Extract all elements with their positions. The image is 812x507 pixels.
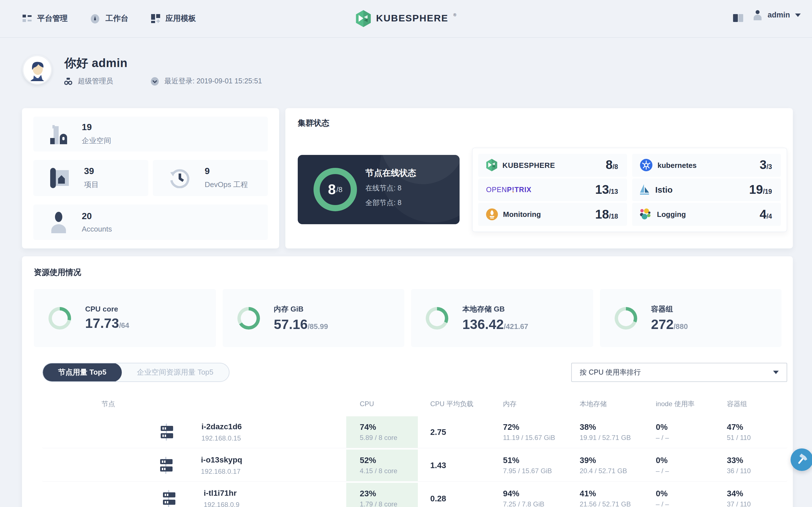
summary-tile-workspaces[interactable]: 19 企业空间 xyxy=(33,117,268,152)
cpu-load: 0.28 xyxy=(430,494,490,503)
component-name: KUBESPHERE xyxy=(502,161,555,170)
component-count: 8 /8 xyxy=(606,158,618,173)
load-cell: 2.75 xyxy=(418,416,490,448)
resource-usage-card: 资源使用情况 CPU core 17.73 /64 内存 GiB 57.16 xyxy=(22,256,793,507)
tab-node-usage-top5[interactable]: 节点用量 Top5 xyxy=(43,363,121,382)
component-ready: 19 xyxy=(749,182,763,197)
avatar-illustration-icon xyxy=(22,55,52,84)
istio-icon xyxy=(640,184,650,195)
sort-select-value: 按 CPU 使用率排行 xyxy=(580,368,641,377)
cpu-load: 1.43 xyxy=(430,461,490,470)
summary-tile-text: 39 项目 xyxy=(84,166,99,190)
component-count: 19 /19 xyxy=(749,182,772,197)
node-id-block: i-tl1i71hr 192.168.0.9 xyxy=(204,489,240,507)
column-header-storage: 本地存储 xyxy=(566,399,642,409)
node-name: i-tl1i71hr xyxy=(204,489,240,497)
storage-detail: 19.91 / 52.71 GB xyxy=(580,434,642,442)
pods-cell: 47% 51 / 110 xyxy=(713,416,787,448)
node-id-block: i-2dazc1d6 192.168.0.15 xyxy=(201,422,242,442)
summary-tile-projects[interactable]: 39 项目 xyxy=(33,160,148,196)
resource-total: /85.99 xyxy=(308,322,328,330)
openpitrix-logo: OPENP!TRIX xyxy=(486,186,531,194)
table-row[interactable]: i-2dazc1d6 192.168.0.15 74% 5.89 / 8 cor… xyxy=(42,416,787,448)
cpu-detail: 1.79 / 8 core xyxy=(360,500,418,507)
memory-percent: 94% xyxy=(503,489,566,498)
node-status-heading: 节点在线状态 xyxy=(365,168,416,179)
inode-detail: – / – xyxy=(656,467,713,475)
node-name: i-2dazc1d6 xyxy=(201,422,242,431)
node-ip: 192.168.0.17 xyxy=(201,467,242,475)
user-menu[interactable]: admin xyxy=(753,10,801,20)
user-avatar-icon xyxy=(753,10,762,20)
pods-cell: 34% 37 / 110 xyxy=(713,483,787,507)
user-role: 超级管理员 xyxy=(78,76,113,86)
storage-usage-ring xyxy=(426,307,448,329)
greeting-title: 你好 admin xyxy=(64,55,262,71)
cluster-status-card: 集群状态 8 /8 节点在线状态 在线节点: 8 全部节点: 8 xyxy=(285,108,793,248)
hammer-icon xyxy=(796,453,808,466)
resource-label: 内存 GiB xyxy=(274,304,328,314)
pods-detail: 37 / 110 xyxy=(727,500,787,507)
component-ready: 18 xyxy=(595,207,609,222)
nav-item-platform[interactable]: 平台管理 xyxy=(22,13,68,24)
node-server-icon xyxy=(161,424,176,441)
tab-workspace-usage-top5[interactable]: 企业空间资源用量 Top5 xyxy=(121,363,229,382)
component-name: Monitoring xyxy=(503,210,541,219)
nav-item-app-templates[interactable]: 应用模板 xyxy=(151,13,196,24)
cpu-cell: 52% 4.15 / 8 core xyxy=(346,450,418,481)
resource-used: 272 xyxy=(651,316,673,332)
resource-used: 17.73 xyxy=(85,316,119,331)
component-total: /13 xyxy=(609,188,618,195)
cluster-status-title: 集群状态 xyxy=(298,118,780,128)
component-count: 13 /13 xyxy=(595,182,618,197)
resource-text: CPU core 17.73 /64 xyxy=(85,305,129,331)
component-count: 18 /18 xyxy=(595,207,618,222)
monitoring-icon xyxy=(486,209,498,220)
memory-percent: 51% xyxy=(503,456,566,465)
inode-cell: 0% – / – xyxy=(642,483,713,507)
workspace-icon xyxy=(50,123,67,145)
component-name: Logging xyxy=(657,210,686,219)
component-total: /19 xyxy=(763,188,772,195)
storage-cell: 38% 19.91 / 52.71 GB xyxy=(566,416,642,448)
clock-badge-icon xyxy=(150,77,159,86)
node-usage-table: 节点 CPU CPU 平均负载 内存 本地存储 inode 使用率 容器组 xyxy=(42,395,787,507)
memory-percent: 72% xyxy=(503,422,566,432)
cpu-usage-ring xyxy=(49,307,71,329)
avatar xyxy=(22,55,52,84)
load-cell: 1.43 xyxy=(418,450,490,481)
role-icon xyxy=(64,78,72,85)
column-header-load: CPU 平均负载 xyxy=(418,399,490,409)
component-ready: 4 xyxy=(760,207,767,222)
nav-item-workbench[interactable]: 工作台 xyxy=(90,13,128,24)
nav-item-label: 平台管理 xyxy=(37,13,68,24)
sort-select[interactable]: 按 CPU 使用率排行 xyxy=(571,363,787,382)
inode-cell: 0% – / – xyxy=(642,450,713,481)
node-cell: i-o13skypq 192.168.0.17 xyxy=(42,450,346,481)
usage-tabs: 节点用量 Top5 企业空间资源用量 Top5 xyxy=(42,363,229,382)
pods-usage-ring xyxy=(614,307,637,329)
storage-detail: 21.56 / 52.71 GB xyxy=(580,500,642,507)
table-row[interactable]: i-o13skypq 192.168.0.17 52% 4.15 / 8 cor… xyxy=(42,450,787,481)
component-monitoring: Monitoring 18 /18 xyxy=(478,203,627,226)
load-cell: 0.28 xyxy=(418,483,490,507)
kubesphere-logo[interactable]: KUBESPHERE ® xyxy=(356,10,456,27)
kubernetes-icon xyxy=(640,159,652,172)
table-row[interactable]: i-tl1i71hr 192.168.0.9 23% 1.79 / 8 core… xyxy=(42,483,787,507)
cpu-percent: 52% xyxy=(360,456,418,465)
column-header-inode: inode 使用率 xyxy=(642,399,713,409)
toolbox-fab-button[interactable] xyxy=(791,448,812,471)
resource-cards: CPU core 17.73 /64 内存 GiB 57.16 /85.99 xyxy=(34,289,781,347)
resource-card-pods: 容器组 272 /880 xyxy=(600,289,781,347)
cpu-detail: 4.15 / 8 core xyxy=(360,467,418,475)
chevron-down-icon xyxy=(795,13,801,17)
column-header-node: 节点 xyxy=(42,399,346,409)
cpu-detail: 5.89 / 8 core xyxy=(360,434,418,442)
docs-button[interactable] xyxy=(733,13,743,25)
summary-tile-devops[interactable]: 9 DevOps 工程 xyxy=(153,160,268,196)
summary-tile-accounts[interactable]: 20 Accounts xyxy=(33,205,268,240)
component-openpitrix: OPENP!TRIX 13 /13 xyxy=(478,178,627,201)
node-name: i-o13skypq xyxy=(201,455,242,464)
column-header-cpu: CPU xyxy=(346,400,418,408)
inode-detail: – / – xyxy=(656,434,713,442)
